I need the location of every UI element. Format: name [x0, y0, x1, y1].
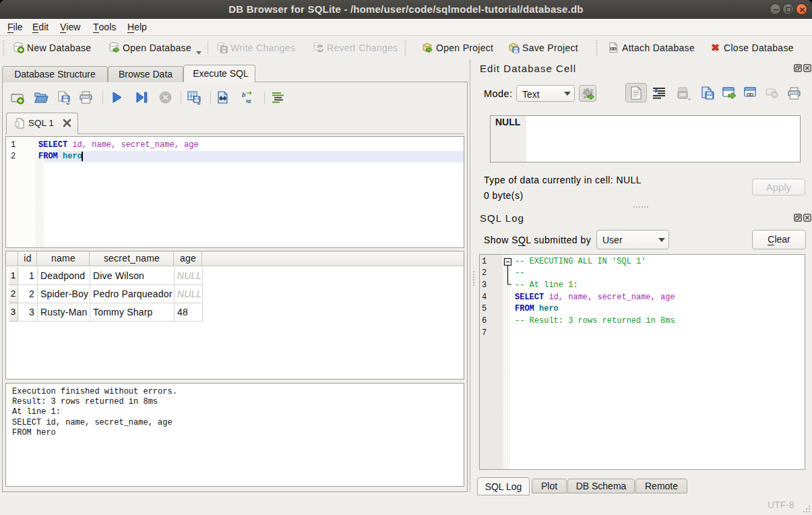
- svg-text:a: a: [247, 96, 251, 104]
- svg-text:b: b: [242, 90, 246, 98]
